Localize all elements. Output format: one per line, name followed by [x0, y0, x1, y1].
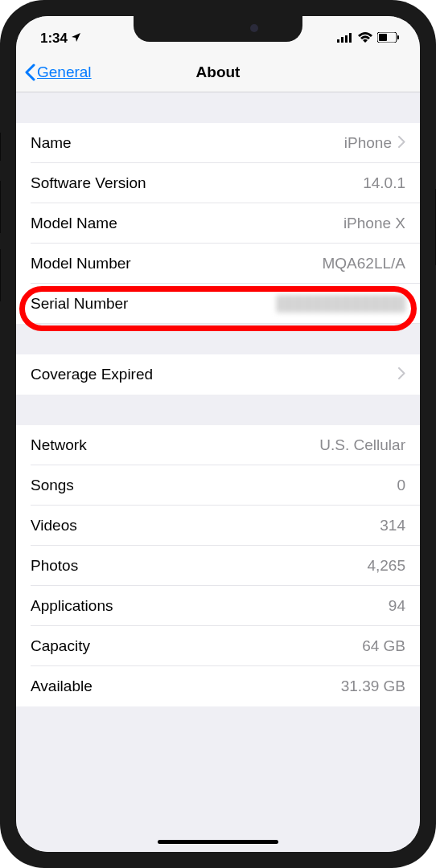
svg-rect-2 — [345, 35, 348, 43]
photos-label: Photos — [31, 557, 78, 575]
svg-rect-5 — [379, 34, 387, 41]
coverage-chevron — [398, 366, 405, 383]
battery-icon — [377, 31, 400, 46]
nav-bar: General About — [16, 52, 420, 92]
row-model-number[interactable]: Model Number MQA62LL/A — [16, 244, 420, 284]
row-applications[interactable]: Applications 94 — [16, 586, 420, 626]
capacity-label: Capacity — [31, 637, 90, 655]
row-name[interactable]: Name iPhone — [16, 123, 420, 163]
svg-rect-0 — [337, 39, 339, 43]
photos-value: 4,265 — [367, 557, 405, 575]
row-network[interactable]: Network U.S. Cellular — [16, 425, 420, 465]
coverage-label: Coverage Expired — [31, 366, 153, 383]
svg-rect-1 — [341, 37, 343, 43]
row-coverage[interactable]: Coverage Expired — [16, 354, 420, 395]
row-model-name[interactable]: Model Name iPhone X — [16, 203, 420, 244]
row-videos[interactable]: Videos 314 — [16, 506, 420, 546]
spacer — [16, 395, 420, 425]
row-serial-number[interactable]: Serial Number — [16, 284, 420, 324]
redacted-serial — [277, 295, 405, 313]
spacer — [16, 92, 420, 123]
wifi-icon — [358, 31, 372, 46]
cellular-icon — [337, 31, 353, 46]
name-label: Name — [31, 134, 72, 152]
location-icon — [71, 31, 81, 47]
back-button[interactable]: General — [16, 63, 92, 81]
software-version-label: Software Version — [31, 174, 146, 192]
phone-frame: 1:34 General — [0, 0, 436, 868]
notch — [134, 16, 302, 42]
svg-rect-6 — [397, 35, 399, 39]
chevron-right-icon — [398, 366, 405, 383]
videos-value: 314 — [380, 517, 405, 534]
available-label: Available — [31, 678, 93, 695]
row-software-version[interactable]: Software Version 14.0.1 — [16, 163, 420, 203]
chevron-right-icon — [398, 134, 405, 152]
status-left: 1:34 — [40, 31, 81, 47]
available-value: 31.39 GB — [341, 678, 405, 695]
songs-value: 0 — [397, 477, 405, 494]
mute-switch — [0, 133, 1, 161]
row-songs[interactable]: Songs 0 — [16, 465, 420, 506]
software-version-value: 14.0.1 — [363, 174, 405, 192]
status-time: 1:34 — [40, 31, 68, 47]
model-name-value: iPhone X — [343, 215, 405, 232]
home-indicator[interactable] — [158, 840, 278, 844]
volume-up-button — [0, 181, 1, 233]
page-title: About — [196, 63, 241, 81]
content[interactable]: Name iPhone Software Version 14.0.1 Mode… — [16, 92, 420, 852]
model-name-label: Model Name — [31, 215, 117, 232]
group-device-info: Name iPhone Software Version 14.0.1 Mode… — [16, 123, 420, 324]
group-stats: Network U.S. Cellular Songs 0 Videos 314… — [16, 425, 420, 706]
row-photos[interactable]: Photos 4,265 — [16, 546, 420, 586]
capacity-value: 64 GB — [362, 637, 405, 655]
videos-label: Videos — [31, 517, 77, 534]
volume-down-button — [0, 249, 1, 301]
songs-label: Songs — [31, 477, 74, 494]
row-capacity[interactable]: Capacity 64 GB — [16, 626, 420, 666]
group-coverage: Coverage Expired — [16, 354, 420, 395]
svg-rect-3 — [349, 33, 352, 43]
network-value: U.S. Cellular — [319, 436, 405, 454]
chevron-left-icon — [24, 63, 35, 81]
spacer — [16, 706, 420, 755]
serial-number-label: Serial Number — [31, 295, 128, 313]
applications-value: 94 — [389, 597, 405, 615]
name-value: iPhone — [344, 134, 405, 152]
applications-label: Applications — [31, 597, 113, 615]
status-right — [337, 31, 400, 46]
back-label: General — [37, 63, 92, 81]
network-label: Network — [31, 436, 87, 454]
model-number-value: MQA62LL/A — [323, 255, 406, 272]
model-number-label: Model Number — [31, 255, 131, 272]
serial-number-value — [277, 295, 405, 313]
screen: 1:34 General — [16, 16, 420, 852]
spacer — [16, 324, 420, 354]
camera-dot — [250, 24, 258, 32]
row-available[interactable]: Available 31.39 GB — [16, 666, 420, 706]
